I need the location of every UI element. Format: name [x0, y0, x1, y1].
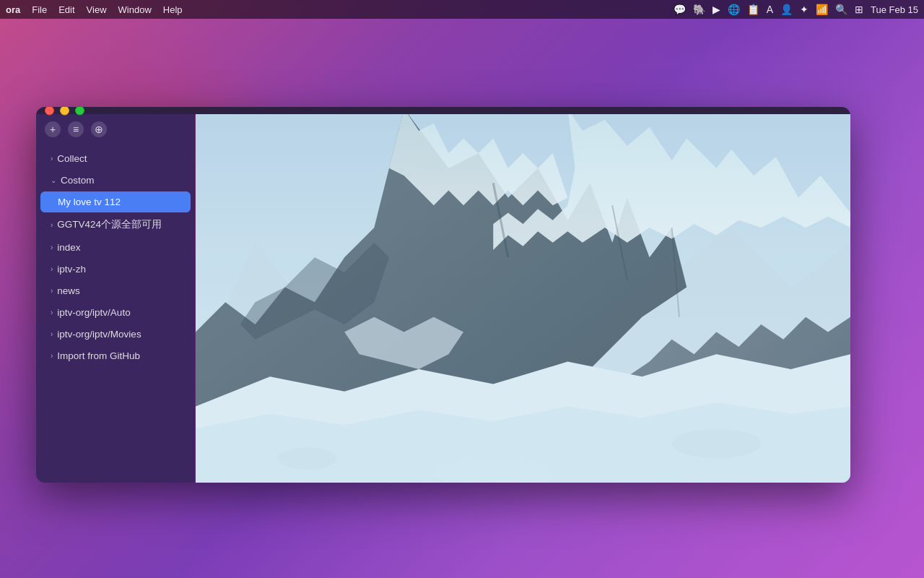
chevron-right-icon-2: › — [51, 221, 53, 229]
font-icon[interactable]: A — [767, 4, 773, 15]
chevron-right-icon-3: › — [51, 243, 53, 251]
menu-help[interactable]: Help — [163, 4, 183, 15]
sidebar-item-ggtv424[interactable]: › GGTV424个源全部可用 — [40, 213, 191, 236]
sidebar-items: › Collect ⌄ Costom My love tv 112 › GGTV… — [36, 144, 195, 483]
sidebar-item-import-github[interactable]: › Import from GitHub — [40, 345, 191, 366]
sidebar-label-index: index — [57, 242, 80, 253]
chevron-right-icon-7: › — [51, 330, 53, 338]
video-content — [196, 114, 850, 483]
menubar-right: 💬 🐘 ▶ 🌐 📋 A 👤 ✦ 📶 🔍 ⊞ Tue Feb 15 — [674, 4, 918, 15]
video-frame — [196, 114, 850, 483]
search-icon[interactable]: 🔍 — [835, 4, 847, 15]
sidebar-label-costom: Costom — [61, 175, 95, 186]
sidebar-item-iptv-auto[interactable]: › iptv-org/iptv/Auto — [40, 302, 191, 323]
sidebar-item-costom[interactable]: ⌄ Costom — [40, 170, 191, 191]
maximize-button[interactable] — [75, 107, 84, 116]
sidebar-item-iptv-movies[interactable]: › iptv-org/iptv/Movies — [40, 324, 191, 345]
chevron-right-icon: › — [51, 155, 53, 163]
app-window: + ≡ ⊕ › Collect ⌄ Costom My love tv 112 — [36, 107, 850, 483]
sidebar-toolbar: + ≡ ⊕ — [36, 114, 195, 144]
minimize-button[interactable] — [60, 107, 69, 116]
chevron-right-icon-6: › — [51, 309, 53, 316]
menu-edit[interactable]: Edit — [58, 4, 74, 15]
sidebar-item-news[interactable]: › news — [40, 280, 191, 301]
list-button[interactable]: ≡ — [68, 121, 84, 137]
menubar-time: Tue Feb 15 — [871, 4, 918, 15]
sidebar: + ≡ ⊕ › Collect ⌄ Costom My love tv 112 — [36, 114, 195, 483]
menu-view[interactable]: View — [87, 4, 107, 15]
sidebar-label-ggtv424: GGTV424个源全部可用 — [57, 218, 162, 231]
clipboard-icon[interactable]: 📋 — [747, 4, 759, 15]
app-name[interactable]: ora — [6, 4, 20, 15]
close-button[interactable] — [45, 107, 54, 116]
evernote-icon[interactable]: 🐘 — [693, 4, 705, 15]
settings-button[interactable]: ⊕ — [91, 121, 107, 137]
bluetooth-icon[interactable]: ✦ — [800, 4, 808, 15]
sidebar-item-index[interactable]: › index — [40, 237, 191, 258]
sidebar-label-iptv-auto: iptv-org/iptv/Auto — [57, 307, 130, 318]
chevron-right-icon-8: › — [51, 352, 53, 360]
chevron-right-icon-5: › — [51, 287, 53, 295]
sidebar-label-collect: Collect — [57, 153, 87, 164]
account-icon[interactable]: 👤 — [780, 4, 793, 15]
menu-window[interactable]: Window — [118, 4, 152, 15]
menu-file[interactable]: File — [32, 4, 47, 15]
title-bar — [36, 107, 850, 114]
menubar-left: ora File Edit View Window Help — [6, 4, 183, 15]
video-area[interactable] — [196, 114, 850, 483]
traffic-lights — [45, 107, 84, 116]
globe-icon[interactable]: 🌐 — [728, 4, 740, 15]
sidebar-label-iptv-zh: iptv-zh — [57, 264, 86, 275]
chevron-right-icon-4: › — [51, 265, 53, 273]
media-icon[interactable]: ▶ — [712, 4, 720, 15]
sidebar-label-import-github: Import from GitHub — [57, 350, 140, 361]
sidebar-label-iptv-movies: iptv-org/iptv/Movies — [57, 329, 141, 340]
sidebar-item-iptv-zh[interactable]: › iptv-zh — [40, 259, 191, 280]
wechat-icon[interactable]: 💬 — [674, 4, 686, 15]
chevron-down-icon: ⌄ — [51, 176, 56, 184]
control-center-icon[interactable]: ⊞ — [855, 4, 863, 15]
app-content: + ≡ ⊕ › Collect ⌄ Costom My love tv 112 — [36, 114, 850, 483]
sidebar-label-news: news — [57, 285, 80, 296]
menubar: ora File Edit View Window Help 💬 🐘 ▶ 🌐 📋… — [0, 0, 924, 19]
wifi-icon[interactable]: 📶 — [816, 4, 828, 15]
sidebar-item-my-love-tv[interactable]: My love tv 112 — [40, 191, 191, 212]
sidebar-item-collect[interactable]: › Collect — [40, 148, 191, 169]
sidebar-label-my-love-tv: My love tv 112 — [58, 197, 121, 207]
add-button[interactable]: + — [45, 121, 61, 137]
svg-rect-16 — [196, 114, 850, 483]
